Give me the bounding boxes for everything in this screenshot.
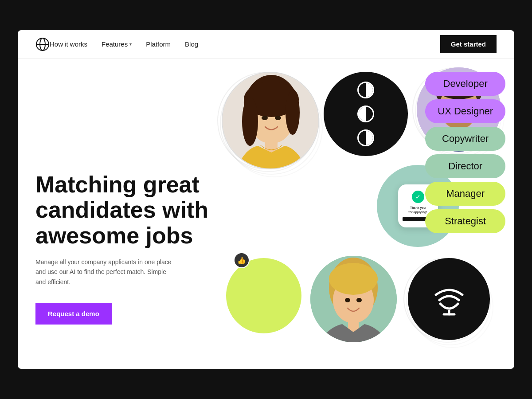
- svg-point-29: [345, 298, 350, 302]
- thumbs-up-badge: 👍: [234, 252, 250, 268]
- svg-point-10: [275, 116, 281, 120]
- nav-item-how-it-works[interactable]: How it works: [50, 40, 87, 48]
- hero-title: Matching great candidates with awesome j…: [35, 172, 222, 248]
- checkmark-icon: ✓: [412, 191, 424, 203]
- hero-section: Matching great candidates with awesome j…: [18, 59, 514, 369]
- nav-item-platform[interactable]: Platform: [146, 40, 171, 48]
- nav-item-features[interactable]: Features ▾: [102, 40, 132, 48]
- nav-link-features[interactable]: Features ▾: [102, 40, 132, 48]
- phase-dot-2: [357, 106, 374, 122]
- yellow-circle-bg: [226, 258, 301, 333]
- nav-link-blog[interactable]: Blog: [185, 40, 198, 48]
- request-demo-button[interactable]: Request a demo: [35, 303, 112, 325]
- phase-dot-1: [357, 82, 374, 98]
- hero-right: ✓ Thank youfor applying!: [222, 59, 497, 342]
- hero-left: Matching great candidates with awesome j…: [35, 59, 222, 342]
- svg-point-8: [286, 90, 300, 135]
- svg-point-28: [329, 263, 378, 295]
- nav-link-platform[interactable]: Platform: [146, 40, 171, 48]
- svg-point-7: [242, 97, 258, 146]
- tag-developer: Developer: [425, 72, 505, 96]
- nav-link-how-it-works[interactable]: How it works: [50, 40, 87, 48]
- thumbs-up-icon: 👍: [237, 256, 246, 265]
- navbar: How it works Features ▾ Platform Blog Ge…: [18, 30, 514, 59]
- nav-links: How it works Features ▾ Platform Blog: [50, 40, 198, 48]
- chevron-down-icon: ▾: [129, 42, 132, 47]
- black-circle-2: [408, 258, 490, 340]
- woman2-circle: [310, 256, 397, 342]
- tag-director: Director: [425, 154, 505, 178]
- browser-window: How it works Features ▾ Platform Blog Ge…: [18, 30, 514, 369]
- get-started-button[interactable]: Get started: [440, 35, 497, 53]
- logo-icon[interactable]: [35, 37, 50, 51]
- bowl-logo-icon: [431, 282, 467, 317]
- tag-manager: Manager: [425, 182, 505, 206]
- svg-point-30: [356, 298, 362, 302]
- tag-copywriter: Copywriter: [425, 127, 505, 151]
- hero-subtitle: Manage all your company applicants in on…: [35, 257, 177, 287]
- tag-strategist: Strategist: [425, 209, 505, 233]
- black-circle-dots: [324, 72, 408, 156]
- woman1-circle: [222, 72, 319, 169]
- phase-dot-3: [357, 129, 374, 146]
- nav-item-blog[interactable]: Blog: [185, 40, 198, 48]
- svg-point-9: [262, 116, 268, 120]
- tag-ux-designer: UX Designer: [425, 99, 505, 123]
- tags-column: Developer UX Designer Copywriter Directo…: [425, 72, 505, 233]
